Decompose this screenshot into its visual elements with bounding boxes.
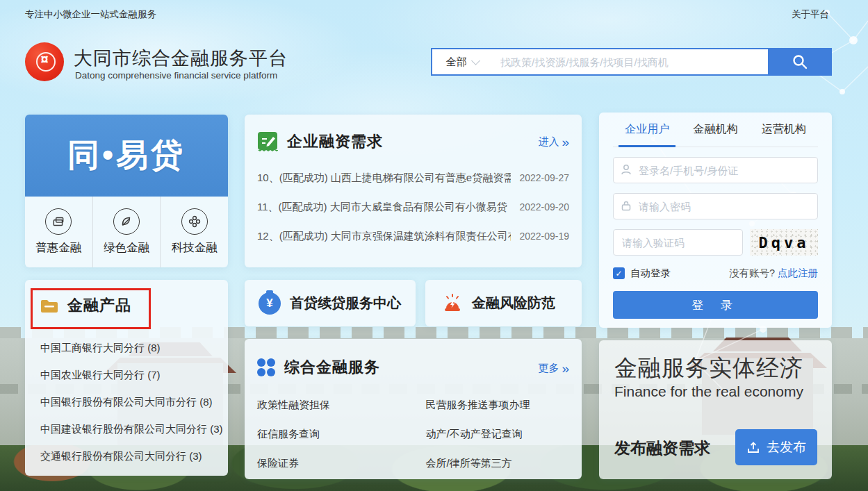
financing-demand-enter-link[interactable]: 进入 » [538,135,569,149]
money-bag-icon [259,292,281,315]
demand-item-date: 2022-09-20 [519,201,569,213]
more-label: 更多 [538,362,559,375]
comprehensive-services-title: 综合金融服务 [284,357,380,378]
go-publish-button[interactable]: 去发布 [735,429,817,465]
captcha-image[interactable]: Dqva [750,229,818,256]
demand-item-text: 12、(匹配成功) 大同市京强保温建筑涂料有限责任公司有... [257,230,511,243]
chevron-down-icon [471,56,480,65]
service-link[interactable]: 动产/不动产登记查询 [413,419,582,449]
service-link[interactable]: 保险证券 [245,449,413,478]
publish-demand-label: 发布融资需求 [614,438,710,459]
banner-item-label: 绿色金融 [104,240,149,256]
login-tabs: 企业用户 金融机构 运营机构 [613,113,818,147]
username-input[interactable] [613,157,818,183]
bank-list-item[interactable]: 中国银行股份有限公司大同市分行 (8) [25,388,228,415]
financial-products-card: 金融产品 中国工商银行大同分行 (8) 中国农业银行大同分行 (7) 中国银行股… [25,280,228,476]
double-chevron-icon: » [562,135,569,149]
demand-item-text: 11、(匹配成功) 大同市大威皇食品有限公司有小微易贷（... [257,201,511,214]
financing-demand-icon [257,131,278,152]
tong-yidai-card: 同•易贷 普惠金融 绿色金融 科技金融 [25,115,228,267]
captcha-input[interactable] [613,229,743,256]
banner-item-label: 科技金融 [172,240,218,256]
go-publish-label: 去发布 [767,438,806,456]
demand-item-date: 2022-09-27 [519,172,569,183]
bank-list-item[interactable]: 中国建设银行股份有限公司大同分行 (3) [25,415,228,442]
service-link[interactable]: 民营服务推送事项办理 [413,390,582,419]
demand-list-item[interactable]: 11、(匹配成功) 大同市大威皇食品有限公司有小微易贷（... 2022-09-… [245,192,582,222]
search-icon [792,53,808,70]
bank-list-item[interactable]: 中国工商银行大同分行 (8) [25,334,228,361]
site-subtitle: Datong comprehensive financial service p… [75,70,277,81]
promo-subtitle: Finance for the real economy [614,383,803,400]
risk-prevention-card[interactable]: 金融风险防范 [425,280,582,326]
search-bar: 全部 [431,48,832,76]
comprehensive-services-card: 综合金融服务 更多 » 政策性融资担保 征信服务查询 保险证券 民营服务推送事项… [245,339,582,479]
site-title: 大同市综合金融服务平台 [74,46,288,71]
green-finance-icon [113,208,140,235]
double-chevron-icon: » [562,362,569,375]
search-category-value: 全部 [446,56,467,69]
lock-icon [620,199,632,212]
financing-demand-card: 企业融资需求 进入 » 10、(匹配成功) 山西上捷电梯有限公司有普惠e贷融资需… [245,115,582,267]
upload-icon [746,440,760,454]
demand-item-text: 10、(匹配成功) 山西上捷电梯有限公司有普惠e贷融资需... [257,172,511,185]
services-icon [257,358,275,376]
bank-list-item[interactable]: 中国农业银行大同分行 (7) [25,361,228,388]
banner-item-tech-finance[interactable]: 科技金融 [160,197,228,267]
tab-operating-institution[interactable]: 运营机构 [750,113,818,147]
services-more-link[interactable]: 更多 » [538,362,569,375]
demand-list-item[interactable]: 12、(匹配成功) 大同市京强保温建筑涂料有限责任公司有... 2022-09-… [245,222,582,251]
first-loan-center-title: 首贷续贷服务中心 [290,294,401,313]
banner-item-label: 普惠金融 [35,240,81,256]
promo-title: 金融服务实体经济 [614,353,803,384]
demand-item-date: 2022-09-19 [519,231,569,242]
folder-icon [40,299,58,313]
search-category-select[interactable]: 全部 [432,49,492,74]
tab-financial-institution[interactable]: 金融机构 [681,113,749,147]
first-loan-center-card[interactable]: 首贷续贷服务中心 [245,280,416,326]
auto-login-checkbox[interactable] [613,267,625,279]
search-input[interactable] [492,49,769,74]
user-icon [620,163,632,176]
alarm-icon [442,293,463,314]
site-logo [24,41,65,83]
enter-label: 进入 [538,135,559,149]
banner-item-inclusive-finance[interactable]: 普惠金融 [25,197,92,267]
bank-list-item[interactable]: 交通银行股份有限公司大同分行 (3) [25,442,228,469]
banner-item-green-finance[interactable]: 绿色金融 [92,197,161,267]
search-button[interactable] [768,48,832,76]
login-button[interactable]: 登 录 [613,291,818,319]
about-platform-link[interactable]: 关于平台 [792,8,829,21]
tech-finance-icon [181,208,208,235]
no-account-label: 没有账号? [729,267,775,280]
register-link[interactable]: 点此注册 [778,267,818,280]
tab-enterprise-user[interactable]: 企业用户 [613,113,681,147]
financial-products-title: 金融产品 [67,295,131,316]
inclusive-finance-icon [45,208,72,235]
service-link[interactable]: 会所/律所等第三方 [413,449,582,478]
risk-prevention-title: 金融风险防范 [472,294,555,313]
login-panel: 企业用户 金融机构 运营机构 Dqva 自动登录 没有账号? 点此注册 登 录 [599,113,832,328]
demand-list-item[interactable]: 10、(匹配成功) 山西上捷电梯有限公司有普惠e贷融资需... 2022-09-… [245,163,582,192]
tong-yidai-banner[interactable]: 同•易贷 [25,115,228,197]
financing-demand-title: 企业融资需求 [287,131,383,152]
site-slogan: 专注中小微企业一站式金融服务 [25,8,156,21]
service-link[interactable]: 政策性融资担保 [245,390,413,419]
password-input[interactable] [613,193,818,219]
service-link[interactable]: 征信服务查询 [245,419,413,449]
auto-login-label: 自动登录 [630,267,671,280]
promo-card: 金融服务实体经济 Finance for the real economy 发布… [599,340,832,479]
